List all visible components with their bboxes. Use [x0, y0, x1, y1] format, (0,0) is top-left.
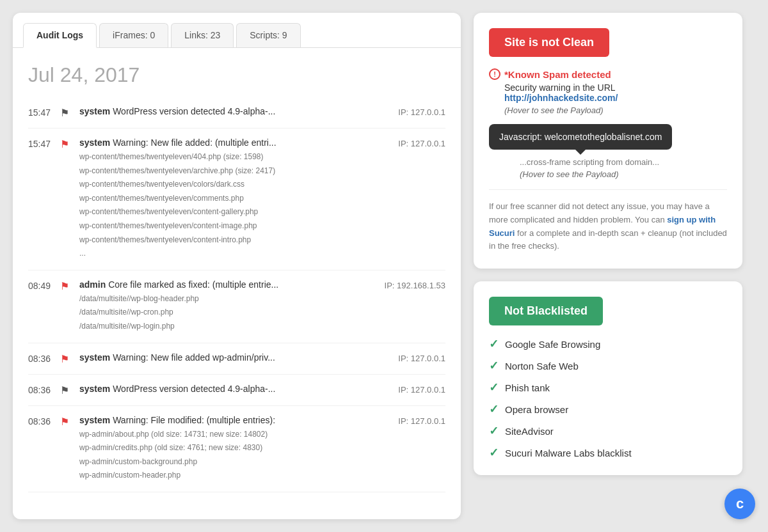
- log-time: 15:47: [28, 137, 54, 149]
- list-item: wp-content/themes/twentyeleven/content-g…: [79, 205, 385, 219]
- check-icon: ✓: [489, 424, 499, 438]
- log-ip: IP: 127.0.0.1: [392, 352, 445, 363]
- list-item: wp-admin/credits.php (old size: 4761; ne…: [79, 441, 385, 455]
- log-msg-text: WordPress version detected 4.9-alpha-...: [113, 106, 275, 116]
- list-item: wp-content/themes/twentyeleven/archive.p…: [79, 164, 385, 178]
- table-row: 08:36 ⚑ system WordPress version detecte…: [28, 375, 445, 406]
- log-sub-lines: /data/multisite//wp-blog-header.php /dat…: [79, 292, 372, 334]
- log-main: system Warning: New file added wp-admin/…: [79, 352, 385, 363]
- scanner-note-text2: for a complete and in-depth scan + clean…: [489, 228, 727, 251]
- list-item: /data/multisite//wp-login.php: [79, 320, 372, 334]
- log-content: admin Core file marked as fixed: (multip…: [79, 279, 372, 334]
- warning-circle-icon: !: [489, 68, 500, 80]
- log-ip: IP: 127.0.0.1: [392, 137, 445, 148]
- blacklist-item-label: Phish tank: [505, 382, 550, 393]
- list-item: ✓ Norton Safe Web: [489, 359, 727, 373]
- warning-title-1: ! *Known Spam detected: [489, 68, 727, 80]
- warning-desc: Security warning in the URL: [504, 82, 727, 93]
- flag-icon: ⚑: [60, 137, 73, 150]
- list-item: ✓ Opera browser: [489, 402, 727, 416]
- log-time: 08:36: [28, 352, 54, 364]
- flag-icon: ⚑: [60, 106, 73, 119]
- divider: [489, 189, 727, 190]
- log-sub-lines: wp-content/themes/twentyeleven/404.php (…: [79, 150, 385, 261]
- log-content: system Warning: New file added: (multipl…: [79, 137, 385, 261]
- log-time: 15:47: [28, 106, 54, 118]
- blacklist-item-label: Norton Safe Web: [505, 361, 579, 372]
- warning-item-1: ! *Known Spam detected Security warning …: [489, 68, 727, 115]
- date-heading: Jul 24, 2017: [13, 48, 461, 97]
- list-item: ✓ Google Safe Browsing: [489, 337, 727, 351]
- list-item: wp-content/themes/twentyeleven/colors/da…: [79, 178, 385, 192]
- log-time: 08:36: [28, 384, 54, 395]
- log-main: system Warning: File modified: (multiple…: [79, 415, 385, 425]
- list-item: wp-content/themes/twentyeleven/content-i…: [79, 219, 385, 233]
- table-row: 15:47 ⚑ system Warning: New file added: …: [28, 129, 445, 270]
- log-sub-lines: wp-admin/about.php (old size: 14731; new…: [79, 428, 385, 483]
- log-message-text2: Core file marked as fixed: (multiple ent…: [108, 279, 278, 290]
- check-icon: ✓: [489, 337, 499, 351]
- status-card: Site is not Clean ! *Known Spam detected…: [474, 13, 742, 269]
- log-time: 08:49: [28, 279, 54, 291]
- log-main: system WordPress version detected 4.9-al…: [79, 106, 385, 116]
- log-message-text3: Warning: New file added wp-admin/priv...: [113, 352, 275, 363]
- payload-hint-1: (Hover to see the Payload): [504, 106, 727, 115]
- blacklist-list: ✓ Google Safe Browsing ✓ Norton Safe Web…: [489, 337, 727, 460]
- tabs-bar: Audit Logs iFrames: 0 Links: 23 Scripts:…: [13, 13, 461, 48]
- tab-links[interactable]: Links: 23: [171, 23, 234, 47]
- list-item: wp-admin/custom-background.php: [79, 455, 385, 469]
- list-item: ✓ SiteAdvisor: [489, 424, 727, 438]
- scanner-note: If our free scanner did not detect any i…: [489, 200, 727, 253]
- log-content: system Warning: New file added wp-admin/…: [79, 352, 385, 363]
- log-user: system: [79, 384, 110, 394]
- log-user: system: [79, 415, 110, 425]
- flag-icon: ⚑: [60, 279, 73, 292]
- list-item: ✓ Phish tank: [489, 380, 727, 395]
- blacklist-item-label: Opera browser: [505, 404, 568, 415]
- flag-icon: ⚑: [60, 352, 73, 365]
- log-content: system WordPress version detected 4.9-al…: [79, 384, 385, 394]
- warning-partial: ...cross-frame scripting from domain...: [520, 157, 727, 167]
- log-list: 15:47 ⚑ system WordPress version detecte…: [13, 97, 461, 492]
- blacklist-item-label: Sucuri Malware Labs blacklist: [505, 448, 632, 458]
- log-user: admin: [79, 279, 106, 290]
- log-user: system: [79, 137, 110, 148]
- flag-icon: ⚑: [60, 415, 73, 428]
- tooltip-container: Javascript: welcometotheglobalisnet.com: [489, 124, 727, 150]
- log-ip: IP: 127.0.0.1: [392, 415, 445, 426]
- list-item: wp-content/themes/twentyeleven/comments.…: [79, 192, 385, 206]
- tab-audit-logs[interactable]: Audit Logs: [23, 23, 97, 48]
- list-item: wp-admin/custom-header.php: [79, 469, 385, 483]
- list-item: wp-content/themes/twentyeleven/404.php (…: [79, 150, 385, 164]
- table-row: 15:47 ⚑ system WordPress version detecte…: [28, 97, 445, 129]
- log-main: admin Core file marked as fixed: (multip…: [79, 279, 372, 290]
- tooltip-box: Javascript: welcometotheglobalisnet.com: [489, 124, 672, 150]
- log-message-text5: Warning: File modified: (multiple entrie…: [113, 415, 275, 425]
- log-main: system WordPress version detected 4.9-al…: [79, 384, 385, 394]
- log-user: system: [79, 352, 110, 363]
- site-status-badge: Site is not Clean: [489, 28, 609, 57]
- log-message-text: Warning: New file added: (multiple entri…: [113, 137, 276, 148]
- tab-scripts[interactable]: Scripts: 9: [236, 23, 300, 47]
- blacklist-card: Not Blacklisted ✓ Google Safe Browsing ✓…: [474, 281, 742, 475]
- log-ip: IP: 192.168.1.53: [378, 279, 445, 290]
- check-icon: ✓: [489, 380, 499, 395]
- left-panel: Audit Logs iFrames: 0 Links: 23 Scripts:…: [13, 13, 461, 519]
- table-row: 08:49 ⚑ admin Core file marked as fixed:…: [28, 270, 445, 343]
- help-button[interactable]: c: [724, 489, 755, 519]
- right-panel: Site is not Clean ! *Known Spam detected…: [474, 13, 742, 519]
- log-ip: IP: 127.0.0.1: [392, 106, 445, 117]
- warning-link[interactable]: http://johnhackedsite.com/: [504, 93, 727, 103]
- payload-hint-2: (Hover to see the Payload): [520, 169, 727, 179]
- list-item: ✓ Sucuri Malware Labs blacklist: [489, 446, 727, 460]
- list-item: wp-content/themes/twentyeleven/content-i…: [79, 233, 385, 247]
- warning-label: *Known Spam detected: [504, 69, 611, 80]
- log-main: system Warning: New file added: (multipl…: [79, 137, 385, 148]
- list-item: /data/multisite//wp-blog-header.php: [79, 292, 372, 306]
- table-row: 08:36 ⚑ system Warning: File modified: (…: [28, 406, 445, 492]
- tab-iframes[interactable]: iFrames: 0: [99, 23, 168, 47]
- warning-item-2: ...cross-frame scripting from domain... …: [504, 157, 727, 179]
- list-item: ...: [79, 247, 385, 261]
- blacklist-item-label: Google Safe Browsing: [505, 339, 600, 350]
- log-content: system Warning: File modified: (multiple…: [79, 415, 385, 483]
